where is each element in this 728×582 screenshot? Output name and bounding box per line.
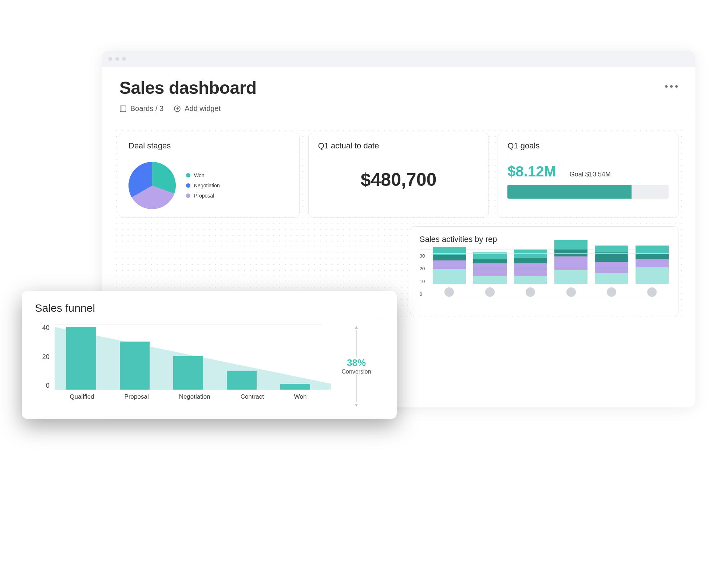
- conversion-pct: 38%: [347, 357, 366, 368]
- divider: [563, 162, 563, 176]
- widget-title: Deal stages: [128, 141, 290, 156]
- add-widget-button[interactable]: Add widget: [174, 104, 221, 113]
- add-widget-label: Add widget: [185, 104, 221, 113]
- funnel-bar: [66, 327, 96, 390]
- y-tick: 20: [420, 266, 425, 271]
- funnel-bar: [120, 342, 150, 390]
- page-title: Sales dashboard: [119, 78, 257, 98]
- y-tick: 30: [420, 253, 425, 259]
- x-axis: QualifiedProposalNegotiationContractWon: [55, 393, 322, 400]
- sales-funnel-widget[interactable]: Sales funnel 40 20 0 QualifiedProposalNe…: [22, 291, 397, 419]
- dots-icon: [675, 85, 678, 88]
- chart-grid: [433, 253, 669, 297]
- funnel-bar: [173, 356, 203, 390]
- boards-icon: [119, 105, 127, 112]
- x-tick: Qualified: [70, 393, 94, 400]
- progress-bar: [507, 185, 669, 199]
- x-tick: Contract: [241, 393, 264, 400]
- arrow-down-icon: ▼: [354, 402, 359, 408]
- more-menu-button[interactable]: [665, 85, 678, 88]
- window-titlebar: [102, 51, 695, 67]
- funnel-bar: [280, 384, 310, 390]
- widget-title: Sales funnel: [35, 302, 384, 318]
- dots-icon: [665, 85, 668, 88]
- q1-goals-target: Goal $10.54M: [570, 171, 611, 178]
- q1-goals-widget[interactable]: Q1 goals $8.12M Goal $10.54M: [498, 133, 678, 218]
- y-tick: 0: [420, 291, 425, 297]
- conversion-indicator: ▲ 38% Conversion ▼: [329, 324, 384, 408]
- legend-item: Proposal: [186, 193, 220, 199]
- widget-title: Q1 goals: [507, 141, 669, 156]
- legend-swatch-icon: [186, 183, 190, 188]
- legend-item: Won: [186, 172, 220, 178]
- y-tick: 20: [35, 353, 50, 361]
- q1-actual-value: $480,700: [318, 162, 479, 198]
- boards-label: Boards / 3: [130, 104, 163, 113]
- conversion-label: Conversion: [342, 368, 371, 375]
- progress-fill: [507, 185, 632, 199]
- plus-circle-icon: [174, 105, 181, 112]
- svg-rect-0: [120, 106, 126, 112]
- activities-chart: 30 20 10 0: [420, 253, 669, 308]
- deal-stages-widget[interactable]: Deal stages Won Negotiation Proposal: [119, 133, 300, 218]
- funnel-chart: 40 20 0 QualifiedProposalNegotiationCont…: [35, 324, 322, 408]
- legend-label: Negotiation: [194, 183, 220, 188]
- funnel-bar: [227, 371, 257, 390]
- legend-swatch-icon: [186, 194, 190, 198]
- y-tick: 10: [420, 279, 425, 284]
- q1-actual-widget[interactable]: Q1 actual to date $480,700: [308, 133, 489, 218]
- y-axis: 30 20 10 0: [420, 253, 425, 297]
- x-tick: Negotiation: [179, 393, 210, 400]
- bar-segment: [554, 240, 587, 250]
- legend-item: Negotiation: [186, 183, 220, 188]
- pie-chart: [128, 162, 176, 209]
- activities-widget[interactable]: Sales activities by rep 30 20 10 0: [410, 226, 678, 316]
- q1-goals-value: $8.12M: [507, 163, 556, 180]
- y-tick: 0: [35, 382, 50, 390]
- toolbar: Boards / 3 Add widget: [102, 104, 695, 118]
- dots-icon: [670, 85, 673, 88]
- x-tick: Won: [294, 393, 307, 400]
- legend-label: Won: [194, 172, 205, 178]
- legend-swatch-icon: [186, 173, 190, 178]
- pie-legend: Won Negotiation Proposal: [186, 172, 220, 199]
- y-tick: 40: [35, 324, 50, 332]
- window-dot-icon: [108, 57, 112, 61]
- x-tick: Proposal: [124, 393, 149, 400]
- bar-segment: [636, 246, 669, 254]
- legend-label: Proposal: [194, 193, 214, 199]
- bar-segment: [595, 246, 628, 252]
- window-dot-icon: [122, 57, 126, 61]
- y-axis: 40 20 0: [35, 324, 50, 390]
- page-header: Sales dashboard: [102, 67, 695, 104]
- boards-button[interactable]: Boards / 3: [119, 104, 163, 113]
- window-dot-icon: [115, 57, 119, 61]
- widget-title: Q1 actual to date: [318, 141, 479, 156]
- arrow-up-icon: ▲: [354, 324, 359, 330]
